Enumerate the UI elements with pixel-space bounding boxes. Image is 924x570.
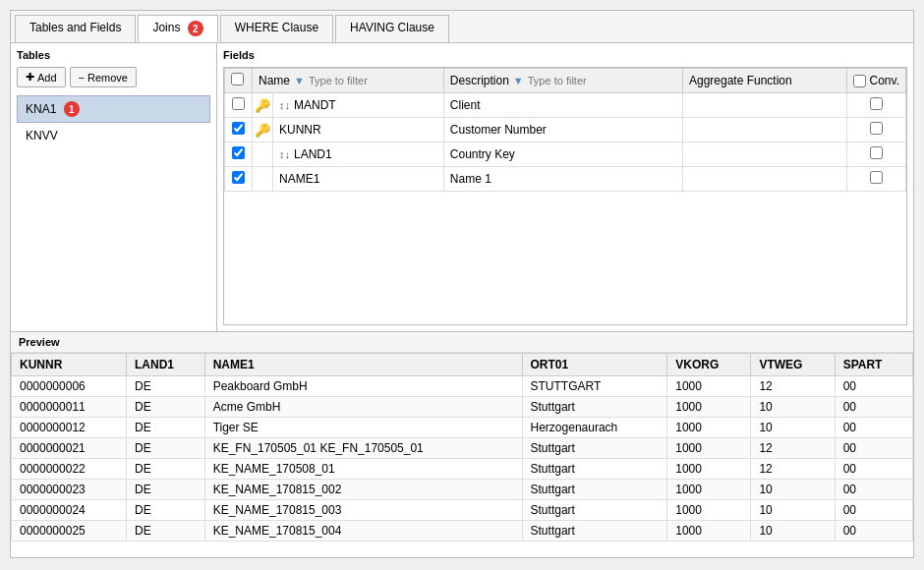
land1-checkbox[interactable]: [232, 146, 245, 159]
preview-cell-6-1: DE: [126, 500, 204, 521]
preview-cell-1-0: 0000000011: [12, 397, 127, 418]
preview-cell-5-6: 00: [835, 480, 912, 500]
preview-table: KUNNR LAND1 NAME1 ORT01 VKORG VTWEG SPAR…: [11, 353, 913, 542]
preview-col-vkorg: VKORG: [667, 354, 751, 376]
preview-cell-2-6: 00: [835, 418, 912, 438]
tables-panel-title: Tables: [17, 49, 210, 61]
preview-row: 0000000022DEKE_NAME_170508_01Stuttgart10…: [12, 459, 913, 480]
preview-cell-3-5: 12: [751, 438, 835, 459]
preview-cell-7-1: DE: [126, 521, 204, 542]
preview-cell-6-3: Stuttgart: [522, 500, 667, 521]
preview-cell-3-0: 0000000021: [12, 438, 127, 459]
preview-table-wrap[interactable]: KUNNR LAND1 NAME1 ORT01 VKORG VTWEG SPAR…: [11, 353, 913, 557]
field-row-name1: NAME1 Name 1: [225, 167, 906, 192]
preview-cell-3-4: 1000: [667, 438, 751, 459]
select-all-checkbox[interactable]: [231, 73, 244, 86]
kunnr-conv-checkbox[interactable]: [870, 122, 883, 135]
table-list: KNA1 1 KNVV: [17, 95, 210, 148]
name1-checkbox[interactable]: [232, 171, 245, 184]
name-filter-icon: ▼: [294, 75, 305, 86]
preview-cell-0-5: 12: [751, 376, 835, 397]
fields-table-wrap[interactable]: Name ▼ Description ▼: [223, 67, 907, 325]
preview-cell-4-0: 0000000022: [12, 459, 127, 480]
preview-cell-0-6: 00: [835, 376, 912, 397]
preview-cell-0-4: 1000: [667, 376, 751, 397]
preview-cell-0-2: Peakboard GmbH: [204, 376, 522, 397]
preview-cell-4-5: 12: [751, 459, 835, 480]
joins-badge: 2: [188, 21, 203, 36]
desc-filter-input[interactable]: [528, 75, 606, 86]
preview-cell-3-6: 00: [835, 438, 912, 459]
kunnr-checkbox[interactable]: [232, 122, 245, 135]
tab-tables-and-fields[interactable]: Tables and Fields: [15, 15, 136, 42]
preview-cell-4-6: 00: [835, 459, 912, 480]
kunnr-desc-cell: Customer Number: [443, 118, 682, 142]
kna1-badge: 1: [64, 101, 80, 117]
preview-cell-6-6: 00: [835, 500, 912, 521]
land1-conv-cell: [846, 142, 905, 167]
th-description: Description ▼: [443, 69, 682, 93]
preview-cell-5-3: Stuttgart: [522, 480, 667, 500]
tables-toolbar: ✚ Add − Remove: [17, 67, 210, 87]
name-column-label: Name: [259, 74, 290, 87]
preview-cell-5-0: 0000000023: [12, 480, 127, 500]
tables-panel: Tables ✚ Add − Remove KNA1 1 KNVV: [11, 43, 217, 331]
preview-cell-0-3: STUTTGART: [522, 376, 667, 397]
preview-panel: Preview KUNNR LAND1 NAME1 ORT01 VKORG VT…: [11, 331, 913, 557]
land1-desc-cell: Country Key: [443, 142, 682, 167]
kunnr-key-icon-cell: 🔑: [253, 118, 273, 142]
preview-col-vtweg: VTWEG: [751, 354, 835, 376]
tab-bar: Tables and Fields Joins 2 WHERE Clause H…: [11, 11, 913, 43]
mandt-key-icon-cell: 🔑: [253, 93, 273, 118]
preview-col-name1: NAME1: [204, 354, 522, 376]
preview-cell-2-5: 10: [751, 418, 835, 438]
preview-cell-1-6: 00: [835, 397, 912, 418]
preview-cell-0-1: DE: [126, 376, 204, 397]
preview-cell-3-1: DE: [126, 438, 204, 459]
th-conv: Conv.: [846, 69, 905, 93]
tab-having-clause[interactable]: HAVING Clause: [335, 15, 449, 42]
preview-cell-6-2: KE_NAME_170815_003: [204, 500, 522, 521]
tab-joins[interactable]: Joins 2: [138, 15, 217, 42]
th-name: Name ▼: [253, 69, 444, 93]
preview-cell-2-4: 1000: [667, 418, 751, 438]
desc-filter-icon: ▼: [513, 75, 524, 86]
preview-cell-1-4: 1000: [667, 397, 751, 418]
conv-all-checkbox[interactable]: [853, 75, 866, 87]
sort-icon: ↕↓: [279, 99, 290, 111]
table-item-kna1[interactable]: KNA1 1: [17, 95, 210, 123]
th-select-all: [225, 69, 253, 93]
preview-cell-7-2: KE_NAME_170815_004: [204, 521, 522, 542]
mandt-checkbox[interactable]: [232, 97, 245, 110]
fields-table: Name ▼ Description ▼: [224, 68, 906, 192]
name1-conv-checkbox[interactable]: [870, 171, 883, 184]
mandt-name-cell: ↕↓ MANDT: [273, 93, 444, 118]
mandt-conv-checkbox[interactable]: [870, 97, 883, 110]
land1-name-cell: ↕↓ LAND1: [273, 142, 444, 167]
field-row-land1: ↕↓ LAND1 Country Key: [225, 142, 906, 167]
preview-row: 0000000021DEKE_FN_170505_01 KE_FN_170505…: [12, 438, 913, 459]
preview-row: 0000000025DEKE_NAME_170815_004Stuttgart1…: [12, 521, 913, 542]
preview-row: 0000000012DETiger SEHerzogenaurach100010…: [12, 418, 913, 438]
preview-cell-3-2: KE_FN_170505_01 KE_FN_170505_01: [204, 438, 522, 459]
land1-conv-checkbox[interactable]: [870, 146, 883, 159]
remove-table-button[interactable]: − Remove: [70, 67, 137, 87]
mandt-conv-cell: [846, 93, 905, 118]
add-label: Add: [37, 72, 57, 84]
tab-where-clause[interactable]: WHERE Clause: [220, 15, 333, 42]
preview-cell-2-0: 0000000012: [12, 418, 127, 438]
preview-row: 0000000006DEPeakboard GmbHSTUTTGART10001…: [12, 376, 913, 397]
preview-header-row: KUNNR LAND1 NAME1 ORT01 VKORG VTWEG SPAR…: [12, 354, 913, 376]
preview-cell-1-3: Stuttgart: [522, 397, 667, 418]
name-filter-input[interactable]: [309, 75, 387, 86]
table-item-knvv[interactable]: KNVV: [17, 123, 210, 148]
preview-cell-5-5: 10: [751, 480, 835, 500]
preview-row: 0000000024DEKE_NAME_170815_003Stuttgart1…: [12, 500, 913, 521]
preview-cell-2-1: DE: [126, 418, 204, 438]
fields-panel-title: Fields: [223, 49, 907, 61]
preview-cell-1-2: Acme GmbH: [204, 397, 522, 418]
kunnr-conv-cell: [846, 118, 905, 142]
preview-row: 0000000023DEKE_NAME_170815_002Stuttgart1…: [12, 480, 913, 500]
preview-row: 0000000011DEAcme GmbHStuttgart10001000: [12, 397, 913, 418]
add-table-button[interactable]: ✚ Add: [17, 67, 66, 87]
